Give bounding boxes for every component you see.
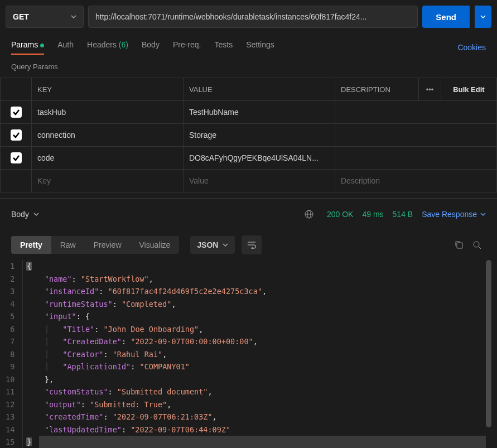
dots-icon: •••	[426, 85, 434, 94]
search-icon	[472, 240, 481, 249]
view-raw[interactable]: Raw	[51, 236, 85, 254]
chevron-down-icon	[33, 211, 39, 217]
param-key[interactable]: code	[32, 147, 184, 170]
save-response-button[interactable]: Save Response	[422, 210, 486, 219]
send-button[interactable]: Send	[422, 6, 470, 28]
tab-params[interactable]: Params	[11, 40, 44, 55]
svg-point-4	[474, 242, 479, 247]
send-options-button[interactable]	[475, 6, 491, 28]
param-value[interactable]: TestHubName	[184, 101, 335, 124]
param-description[interactable]	[335, 147, 497, 170]
table-row: connection Storage	[1, 124, 497, 147]
param-key[interactable]: connection	[32, 124, 184, 147]
row-checkbox[interactable]	[11, 107, 22, 118]
param-description[interactable]	[335, 124, 497, 147]
tab-headers[interactable]: Headers (6)	[87, 40, 128, 55]
url-text: http://localhost:7071/runtime/webhooks/d…	[95, 12, 366, 21]
http-method-select[interactable]: GET	[6, 6, 84, 28]
param-value[interactable]: Storage	[184, 124, 335, 147]
url-input[interactable]: http://localhost:7071/runtime/webhooks/d…	[88, 6, 418, 28]
check-icon	[12, 108, 20, 116]
row-checkbox[interactable]	[11, 152, 22, 163]
response-body-select[interactable]: Body	[11, 210, 39, 219]
modified-dot-icon	[40, 44, 44, 47]
chevron-down-icon	[71, 14, 76, 20]
globe-icon[interactable]	[300, 205, 318, 223]
bulk-edit-button[interactable]: Bulk Edit	[441, 78, 497, 101]
copy-icon	[455, 240, 464, 249]
col-key: KEY	[32, 78, 184, 101]
response-time: 49 ms	[362, 210, 383, 219]
response-type-select[interactable]: JSON	[190, 236, 235, 254]
view-preview[interactable]: Preview	[85, 236, 131, 254]
http-method-label: GET	[13, 12, 29, 21]
svg-line-5	[479, 247, 481, 249]
param-value-placeholder[interactable]: Value	[184, 170, 335, 192]
view-visualize[interactable]: Visualize	[131, 236, 180, 254]
more-options-button[interactable]: •••	[419, 78, 441, 101]
tab-settings[interactable]: Settings	[246, 40, 274, 55]
view-mode-segment: Pretty Raw Preview Visualize	[11, 236, 179, 254]
chevron-down-icon	[480, 14, 486, 20]
wrap-icon	[247, 241, 256, 249]
scrollbar-thumb[interactable]	[486, 260, 491, 427]
copy-button[interactable]	[450, 236, 468, 254]
param-key[interactable]: taskHub	[32, 101, 184, 124]
tab-tests[interactable]: Tests	[214, 40, 233, 55]
param-description-placeholder[interactable]: Description	[335, 170, 497, 192]
response-size: 514 B	[393, 210, 413, 219]
response-body-editor[interactable]: 123456789101112131415 { "name": "StartWo…	[0, 260, 497, 448]
row-checkbox[interactable]	[11, 129, 22, 141]
table-row-new: Key Value Description	[1, 170, 497, 192]
line-gutter: 123456789101112131415	[6, 260, 22, 448]
chevron-down-icon	[223, 242, 228, 248]
tab-prerequest[interactable]: Pre-req.	[173, 40, 201, 55]
code-content: { "name": "StartWorkflow", "instanceId":…	[22, 260, 267, 448]
col-description: DESCRIPTION	[335, 78, 419, 101]
query-params-title: Query Params	[0, 56, 497, 78]
param-description[interactable]	[335, 101, 497, 124]
status-code: 200 OK	[327, 210, 353, 219]
param-value[interactable]: DO8cAFyhQgyPEKBqe4UlSA04LN...	[184, 147, 335, 170]
line-wrap-button[interactable]	[242, 235, 262, 254]
check-icon	[12, 131, 20, 139]
chevron-down-icon	[480, 211, 486, 217]
table-row: code DO8cAFyhQgyPEKBqe4UlSA04LN...	[1, 147, 497, 170]
svg-rect-3	[457, 243, 462, 248]
tab-auth[interactable]: Auth	[57, 40, 74, 55]
cookies-link[interactable]: Cookies	[457, 43, 486, 52]
check-icon	[12, 154, 20, 162]
table-row: taskHub TestHubName	[1, 101, 497, 124]
view-pretty[interactable]: Pretty	[11, 236, 51, 254]
param-key-placeholder[interactable]: Key	[32, 170, 184, 192]
query-params-table: KEY VALUE DESCRIPTION ••• Bulk Edit task…	[0, 78, 497, 192]
col-value: VALUE	[184, 78, 335, 101]
tab-body[interactable]: Body	[142, 40, 160, 55]
search-button[interactable]	[468, 236, 486, 254]
